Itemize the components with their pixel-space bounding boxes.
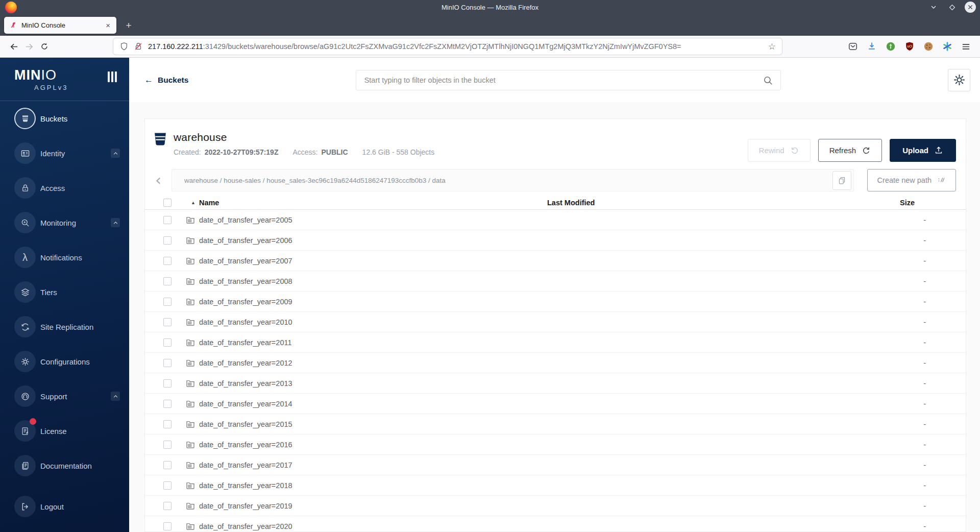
pocket-icon[interactable] bbox=[848, 41, 858, 52]
row-checkbox[interactable] bbox=[163, 236, 172, 245]
object-name[interactable]: date_of_transfer_year=2009 bbox=[199, 298, 547, 306]
row-checkbox[interactable] bbox=[163, 216, 172, 224]
table-row[interactable]: date_of_transfer_year=2017 - bbox=[145, 455, 966, 475]
table-row[interactable]: date_of_transfer_year=2006 - bbox=[145, 230, 966, 251]
refresh-button[interactable]: Refresh bbox=[818, 139, 883, 162]
sidebar-item-buckets[interactable]: Buckets bbox=[0, 101, 129, 136]
sidebar-item-site-replication[interactable]: Site Replication bbox=[0, 309, 129, 344]
shield-icon[interactable] bbox=[119, 42, 129, 51]
bookmark-star-icon[interactable]: ☆ bbox=[768, 41, 776, 52]
object-name[interactable]: date_of_transfer_year=2019 bbox=[199, 502, 547, 510]
table-row[interactable]: date_of_transfer_year=2011 - bbox=[145, 332, 966, 353]
table-row[interactable]: date_of_transfer_year=2014 - bbox=[145, 394, 966, 414]
sidebar-item-tiers[interactable]: Tiers bbox=[0, 275, 129, 309]
object-name[interactable]: date_of_transfer_year=2010 bbox=[199, 318, 547, 326]
row-checkbox[interactable] bbox=[163, 400, 172, 408]
new-tab-button[interactable]: + bbox=[121, 18, 136, 33]
window-minimize-chevron-icon[interactable] bbox=[928, 2, 939, 13]
row-checkbox[interactable] bbox=[163, 379, 172, 388]
asterisk-extension-icon[interactable] bbox=[942, 41, 952, 52]
row-checkbox[interactable] bbox=[163, 522, 172, 530]
table-row[interactable]: date_of_transfer_year=2007 - bbox=[145, 251, 966, 271]
menu-hamburger-icon[interactable] bbox=[961, 42, 971, 52]
sidebar-item-support[interactable]: Support bbox=[0, 379, 129, 414]
object-name[interactable]: date_of_transfer_year=2011 bbox=[199, 338, 547, 347]
cookie-extension-icon[interactable] bbox=[923, 41, 934, 52]
bucket-settings-gear-button[interactable] bbox=[948, 69, 970, 91]
forward-icon[interactable] bbox=[21, 39, 37, 54]
row-checkbox[interactable] bbox=[163, 502, 172, 510]
sidebar-item-access[interactable]: Access bbox=[0, 171, 129, 205]
access-value[interactable]: PUBLIC bbox=[321, 148, 348, 156]
select-all-checkbox[interactable] bbox=[163, 199, 172, 207]
chevron-up-icon[interactable] bbox=[111, 149, 120, 158]
row-checkbox[interactable] bbox=[163, 481, 172, 490]
object-name[interactable]: date_of_transfer_year=2015 bbox=[199, 420, 547, 428]
back-icon[interactable] bbox=[6, 39, 21, 54]
column-header-last-modified[interactable]: Last Modified bbox=[547, 199, 899, 207]
sidebar-collapse-icon[interactable] bbox=[108, 71, 117, 82]
row-checkbox[interactable] bbox=[163, 359, 172, 367]
sidebar-item-license[interactable]: License bbox=[0, 414, 129, 448]
object-name[interactable]: date_of_transfer_year=2007 bbox=[199, 257, 547, 265]
table-row[interactable]: date_of_transfer_year=2005 - bbox=[145, 210, 966, 230]
row-checkbox[interactable] bbox=[163, 277, 172, 285]
column-header-name[interactable]: ▲ Name bbox=[186, 199, 547, 207]
sidebar-item-identity[interactable]: Identity bbox=[0, 136, 129, 171]
object-name[interactable]: date_of_transfer_year=2014 bbox=[199, 400, 547, 408]
table-row[interactable]: date_of_transfer_year=2008 - bbox=[145, 271, 966, 292]
object-name[interactable]: date_of_transfer_year=2012 bbox=[199, 359, 547, 367]
table-row[interactable]: date_of_transfer_year=2016 - bbox=[145, 434, 966, 455]
lock-crossed-icon[interactable] bbox=[134, 42, 143, 51]
row-checkbox[interactable] bbox=[163, 461, 172, 469]
object-name[interactable]: date_of_transfer_year=2013 bbox=[199, 379, 547, 388]
sidebar-item-documentation[interactable]: Documentation bbox=[0, 448, 129, 483]
green-extension-icon[interactable] bbox=[886, 41, 896, 52]
maximize-diamond-icon[interactable] bbox=[946, 2, 958, 13]
row-checkbox[interactable] bbox=[163, 298, 172, 306]
breadcrumb[interactable]: warehouse / house-sales / house_sales-3e… bbox=[184, 177, 832, 184]
url-text[interactable]: 217.160.222.211:31429/buckets/warehouse/… bbox=[148, 42, 764, 51]
table-row[interactable]: date_of_transfer_year=2019 - bbox=[145, 496, 966, 516]
object-name[interactable]: date_of_transfer_year=2020 bbox=[199, 522, 547, 530]
upload-button[interactable]: Upload bbox=[890, 139, 956, 162]
window-titlebar[interactable]: MinIO Console — Mozilla Firefox bbox=[0, 0, 980, 14]
reload-icon[interactable] bbox=[37, 39, 52, 54]
table-row[interactable]: date_of_transfer_year=2013 - bbox=[145, 373, 966, 394]
table-row[interactable]: date_of_transfer_year=2010 - bbox=[145, 312, 966, 332]
object-name[interactable]: date_of_transfer_year=2017 bbox=[199, 461, 547, 469]
ublock-origin-icon[interactable]: uO bbox=[904, 41, 915, 52]
firefox-logo-icon[interactable] bbox=[5, 2, 17, 13]
search-input[interactable] bbox=[356, 70, 780, 90]
sidebar-item-monitoring[interactable]: Monitoring bbox=[0, 205, 129, 240]
row-checkbox[interactable] bbox=[163, 257, 172, 265]
object-name[interactable]: date_of_transfer_year=2018 bbox=[199, 481, 547, 490]
url-bar[interactable]: 217.160.222.211:31429/buckets/warehouse/… bbox=[113, 38, 782, 55]
chevron-up-icon[interactable] bbox=[111, 218, 120, 227]
row-checkbox[interactable] bbox=[163, 420, 172, 428]
object-name[interactable]: date_of_transfer_year=2006 bbox=[199, 236, 547, 245]
chevron-up-icon[interactable] bbox=[111, 392, 120, 401]
row-checkbox[interactable] bbox=[163, 441, 172, 449]
object-name[interactable]: date_of_transfer_year=2005 bbox=[199, 216, 547, 224]
create-new-path-button[interactable]: Create new path bbox=[867, 169, 956, 191]
rewind-button[interactable]: Rewind bbox=[748, 139, 811, 162]
column-header-size[interactable]: Size bbox=[899, 199, 966, 207]
object-name[interactable]: date_of_transfer_year=2008 bbox=[199, 277, 547, 285]
table-row[interactable]: date_of_transfer_year=2015 - bbox=[145, 414, 966, 434]
browser-tab-minio-console[interactable]: MinIO Console × bbox=[4, 17, 116, 34]
table-row[interactable]: date_of_transfer_year=2020 - bbox=[145, 516, 966, 532]
back-to-buckets-link[interactable]: ← Buckets bbox=[144, 76, 188, 85]
row-checkbox[interactable] bbox=[163, 338, 172, 347]
path-back-chevron-icon[interactable]: ‹ bbox=[155, 170, 166, 190]
row-checkbox[interactable] bbox=[163, 318, 172, 326]
table-row[interactable]: date_of_transfer_year=2012 - bbox=[145, 353, 966, 373]
download-icon[interactable] bbox=[867, 41, 877, 52]
table-row[interactable]: date_of_transfer_year=2018 - bbox=[145, 475, 966, 496]
sidebar-item-logout[interactable]: Logout bbox=[0, 489, 129, 524]
sidebar-item-notifications[interactable]: λ Notifications bbox=[0, 240, 129, 275]
copy-path-button[interactable] bbox=[832, 171, 851, 190]
object-name[interactable]: date_of_transfer_year=2016 bbox=[199, 441, 547, 449]
tab-close-icon[interactable]: × bbox=[105, 21, 111, 30]
sidebar-item-configurations[interactable]: Configurations bbox=[0, 344, 129, 379]
